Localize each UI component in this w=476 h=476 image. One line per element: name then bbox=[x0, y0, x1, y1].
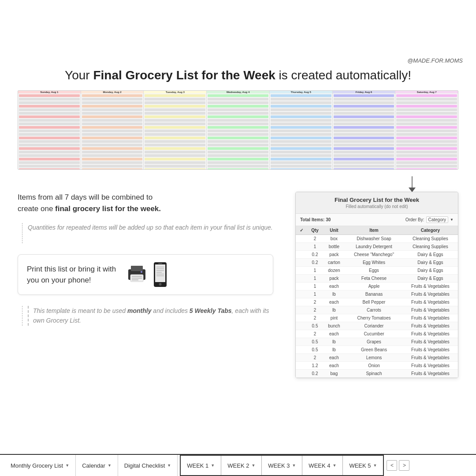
mini-row bbox=[19, 161, 80, 164]
mini-row bbox=[19, 144, 80, 146]
mini-row bbox=[334, 126, 394, 129]
main-tab[interactable]: Monthly Grocery List▼ bbox=[4, 455, 76, 476]
mini-row bbox=[145, 98, 205, 100]
mini-row bbox=[208, 161, 268, 164]
order-select[interactable]: Category bbox=[426, 216, 449, 223]
table-cell-check[interactable] bbox=[296, 275, 307, 283]
table-row: 2boxDishwasher SoapCleaning Supplies bbox=[296, 235, 458, 243]
table-cell-qty: 1 bbox=[307, 243, 323, 251]
table-cell-unit: lb bbox=[323, 338, 345, 346]
week-tab[interactable]: WEEK 2▼ bbox=[221, 456, 262, 475]
mini-row bbox=[334, 133, 394, 136]
mini-row bbox=[271, 147, 331, 150]
table-cell-qty: 1 bbox=[307, 275, 323, 283]
panel-header: Final Grocery List for the Week Filled a… bbox=[296, 192, 458, 214]
day-column: Thursday, Aug 5 bbox=[270, 91, 333, 169]
printer-icon bbox=[125, 261, 149, 286]
table-cell-check[interactable] bbox=[296, 259, 307, 267]
table-cell-qty: 2 bbox=[307, 306, 323, 314]
mini-row bbox=[145, 147, 205, 150]
day-body bbox=[333, 93, 395, 170]
mini-row bbox=[19, 133, 80, 136]
mini-row bbox=[208, 140, 268, 143]
tab-arrow-icon: ▼ bbox=[65, 463, 69, 468]
mini-row bbox=[396, 119, 457, 122]
day-column: Wednesday, Aug 4 bbox=[207, 91, 270, 169]
mini-row bbox=[396, 154, 457, 157]
mini-row bbox=[145, 115, 205, 118]
table-cell-qty: 0.5 bbox=[307, 338, 323, 346]
table-cell-check[interactable] bbox=[296, 306, 307, 314]
table-cell-check[interactable] bbox=[296, 346, 307, 354]
prev-button[interactable]: < bbox=[387, 460, 397, 471]
week-tab[interactable]: WEEK 4▼ bbox=[302, 456, 343, 475]
dropdown-arrow-icon: ▼ bbox=[450, 218, 454, 222]
tab-arrow-icon: ▼ bbox=[167, 463, 171, 468]
week-tab[interactable]: WEEK 3▼ bbox=[262, 456, 302, 475]
mini-row bbox=[19, 119, 80, 122]
table-cell-unit: pack bbox=[323, 275, 345, 283]
mini-row bbox=[145, 94, 205, 97]
main-tab[interactable]: Digital Checklist▼ bbox=[118, 455, 178, 476]
table-row: 2eachBell PepperFruits & Vegetables bbox=[296, 298, 458, 306]
mini-row bbox=[19, 154, 80, 157]
table-row: 2lbCarrotsFruits & Vegetables bbox=[296, 306, 458, 314]
table-cell-check[interactable] bbox=[296, 338, 307, 346]
social-handle: @MADE.FOR.MOMS bbox=[407, 57, 463, 64]
table-cell-check[interactable] bbox=[296, 370, 307, 378]
combine-text: Items from all 7 days will be combined t… bbox=[18, 192, 273, 214]
mini-row bbox=[82, 147, 143, 150]
table-row: 1dozenEggsDairy & Eggs bbox=[296, 267, 458, 275]
main-tab[interactable]: Calendar▼ bbox=[76, 455, 118, 476]
table-cell-item: Spinach bbox=[345, 370, 403, 378]
week-tab-label: WEEK 3 bbox=[268, 462, 290, 469]
table-cell-check[interactable] bbox=[296, 354, 307, 362]
mini-row bbox=[396, 105, 457, 108]
table-cell-check[interactable] bbox=[296, 267, 307, 275]
table-cell-check[interactable] bbox=[296, 322, 307, 330]
table-cell-check[interactable] bbox=[296, 290, 307, 298]
table-cell-check[interactable] bbox=[296, 362, 307, 370]
mini-row bbox=[396, 161, 457, 164]
table-cell-check[interactable] bbox=[296, 330, 307, 338]
mini-row bbox=[396, 94, 457, 97]
table-cell-check[interactable] bbox=[296, 243, 307, 251]
week-tab-label: WEEK 1 bbox=[187, 462, 208, 469]
table-cell-unit: lb bbox=[323, 306, 345, 314]
mini-row bbox=[82, 123, 143, 125]
week-tab[interactable]: WEEK 5▼ bbox=[343, 456, 383, 475]
table-cell-check[interactable] bbox=[296, 283, 307, 290]
mini-row bbox=[208, 168, 268, 170]
mini-row bbox=[82, 137, 143, 139]
mini-row bbox=[82, 94, 143, 97]
headline-prefix: Your bbox=[65, 68, 93, 82]
table-cell-check[interactable] bbox=[296, 251, 307, 259]
mini-row bbox=[208, 101, 268, 104]
next-button[interactable]: > bbox=[399, 460, 409, 471]
table-row: 2eachCucumberFruits & Vegetables bbox=[296, 330, 458, 338]
mini-row bbox=[334, 115, 394, 118]
week-tabs-container: WEEK 1▼WEEK 2▼WEEK 3▼WEEK 4▼WEEK 5▼ bbox=[180, 455, 384, 476]
table-cell-category: Fruits & Vegetables bbox=[403, 354, 458, 362]
day-column: Sunday, Aug 1 bbox=[18, 91, 81, 169]
table-cell-category: Fruits & Vegetables bbox=[403, 290, 458, 298]
table-cell-check[interactable] bbox=[296, 314, 307, 322]
table-cell-item: Cherry Tomatoes bbox=[345, 314, 403, 322]
week-tab[interactable]: WEEK 1▼ bbox=[181, 456, 221, 475]
printer-icon-area bbox=[125, 261, 168, 288]
week-tab-arrow-icon: ▼ bbox=[211, 463, 215, 468]
mini-row bbox=[208, 108, 268, 111]
grocery-list-panel: Final Grocery List for the Week Filled a… bbox=[295, 192, 458, 378]
table-cell-check[interactable] bbox=[296, 298, 307, 306]
mini-row bbox=[145, 119, 205, 122]
mini-row bbox=[82, 98, 143, 100]
mini-row bbox=[334, 137, 394, 139]
mini-row bbox=[396, 144, 457, 146]
table-cell-item: Cheese "Manchego" bbox=[345, 251, 403, 259]
mini-row bbox=[271, 151, 331, 153]
mini-row bbox=[19, 112, 80, 115]
day-column: Saturday, Aug 7 bbox=[395, 91, 458, 169]
table-cell-qty: 1 bbox=[307, 267, 323, 275]
table-cell-check[interactable] bbox=[296, 235, 307, 243]
panel-title: Final Grocery List for the Week bbox=[300, 197, 454, 203]
